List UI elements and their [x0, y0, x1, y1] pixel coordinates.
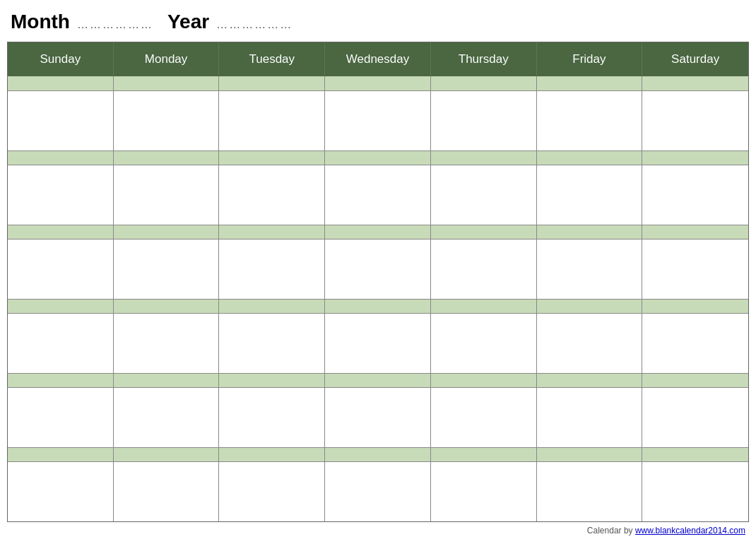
table-row: [114, 448, 220, 461]
calendar-container: Sunday Monday Tuesday Wednesday Thursday…: [7, 42, 749, 522]
week-row-2: [8, 165, 748, 225]
week-row-5: [8, 387, 748, 447]
table-row: [219, 76, 325, 90]
table-row: [114, 388, 220, 447]
table-row: [325, 314, 431, 373]
table-row: [114, 300, 220, 313]
table-row: [537, 91, 643, 150]
table-row: [8, 448, 114, 461]
table-row: [537, 76, 643, 90]
table-row: [8, 462, 114, 521]
table-row: [114, 165, 220, 225]
table-row: [431, 388, 537, 447]
table-row: [431, 314, 537, 373]
table-row: [431, 76, 537, 90]
footer: Calendar by www.blankcalendar2014.com: [7, 522, 749, 537]
table-row: [219, 388, 325, 447]
footer-label: Calendar by: [587, 526, 635, 536]
table-row: [537, 165, 643, 225]
table-row: [114, 91, 220, 150]
calendar-body: [8, 76, 748, 521]
table-row: [8, 165, 114, 225]
table-row: [431, 151, 537, 165]
table-row: [642, 76, 748, 90]
header-tuesday: Tuesday: [219, 42, 325, 76]
table-row: [114, 314, 220, 373]
table-row: [537, 374, 643, 387]
table-row: [642, 151, 748, 165]
table-row: [8, 374, 114, 387]
table-row: [642, 314, 748, 373]
header-wednesday: Wednesday: [325, 42, 431, 76]
header-sunday: Sunday: [8, 42, 114, 76]
table-row: [8, 76, 114, 90]
header-thursday: Thursday: [431, 42, 537, 76]
month-dots: ………………: [77, 18, 153, 31]
table-row: [114, 225, 220, 239]
table-row: [219, 300, 325, 313]
table-row: [537, 225, 643, 239]
table-row: [219, 314, 325, 373]
week-row-shade-6: [8, 447, 748, 461]
month-label: Month: [11, 11, 70, 33]
week-row-shade-3: [8, 225, 748, 239]
table-row: [325, 448, 431, 461]
table-row: [114, 240, 220, 299]
table-row: [8, 300, 114, 313]
year-label: Year: [167, 11, 209, 33]
table-row: [537, 448, 643, 461]
week-row-shade-5: [8, 373, 748, 387]
page-container: Month ……………… Year ……………… Sunday Monday T…: [0, 0, 756, 544]
week-row-shade-1: [8, 76, 748, 90]
table-row: [642, 300, 748, 313]
calendar-header: Month ……………… Year ………………: [7, 11, 749, 33]
table-row: [8, 388, 114, 447]
table-row: [8, 151, 114, 165]
table-row: [114, 76, 220, 90]
table-row: [431, 165, 537, 225]
header-monday: Monday: [114, 42, 220, 76]
table-row: [431, 240, 537, 299]
week-row-4: [8, 313, 748, 373]
table-row: [325, 388, 431, 447]
table-row: [325, 462, 431, 521]
table-row: [642, 448, 748, 461]
week-row-shade-4: [8, 299, 748, 313]
table-row: [114, 462, 220, 521]
table-row: [114, 151, 220, 165]
table-row: [219, 151, 325, 165]
table-row: [219, 91, 325, 150]
calendar-day-headers: Sunday Monday Tuesday Wednesday Thursday…: [8, 42, 748, 76]
table-row: [219, 225, 325, 239]
table-row: [219, 240, 325, 299]
header-friday: Friday: [537, 42, 643, 76]
week-row-shade-2: [8, 150, 748, 165]
table-row: [642, 388, 748, 447]
table-row: [325, 91, 431, 150]
header-saturday: Saturday: [642, 42, 748, 76]
table-row: [325, 240, 431, 299]
table-row: [537, 314, 643, 373]
table-row: [642, 225, 748, 239]
table-row: [8, 240, 114, 299]
table-row: [537, 240, 643, 299]
table-row: [219, 165, 325, 225]
table-row: [325, 151, 431, 165]
table-row: [431, 462, 537, 521]
table-row: [537, 388, 643, 447]
table-row: [8, 91, 114, 150]
table-row: [325, 374, 431, 387]
week-row-1: [8, 90, 748, 150]
table-row: [431, 225, 537, 239]
table-row: [114, 374, 220, 387]
table-row: [8, 314, 114, 373]
footer-link[interactable]: www.blankcalendar2014.com: [635, 526, 745, 536]
table-row: [431, 374, 537, 387]
table-row: [219, 462, 325, 521]
table-row: [219, 374, 325, 387]
week-row-6: [8, 461, 748, 521]
table-row: [431, 448, 537, 461]
table-row: [537, 462, 643, 521]
table-row: [325, 76, 431, 90]
table-row: [537, 300, 643, 313]
